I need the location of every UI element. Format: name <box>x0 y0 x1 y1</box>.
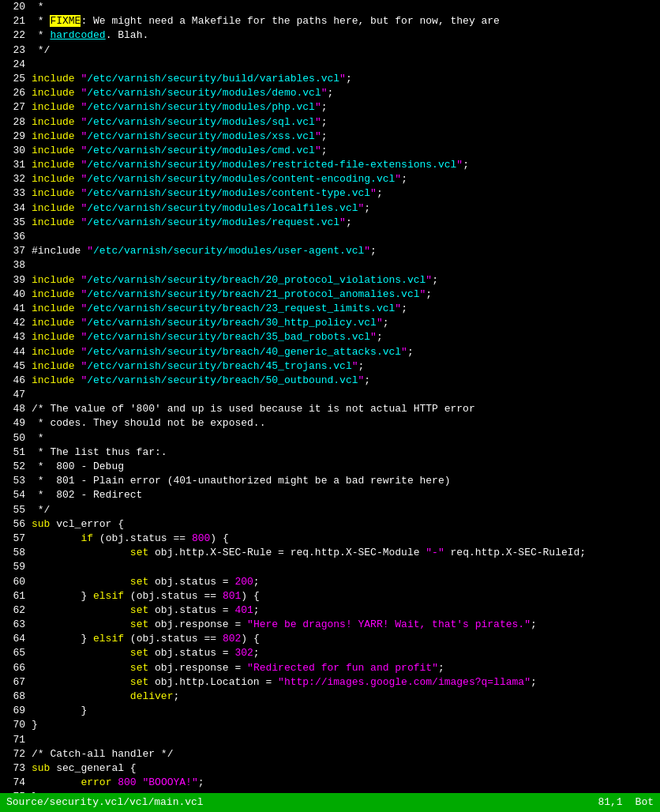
line-number: 36 <box>3 230 25 244</box>
line-content: sub vcl_error { <box>32 517 657 532</box>
line-content <box>32 230 657 244</box>
line-number: 35 <box>3 216 25 230</box>
line-content: include "/etc/varnish/security/breach/20… <box>32 273 657 288</box>
table-row: 24 <box>3 58 657 72</box>
table-row: 29include "/etc/varnish/security/modules… <box>3 130 657 144</box>
line-content: } <box>32 704 657 718</box>
table-row: 20 * <box>3 0 657 14</box>
table-row: 48/* The value of '800' and up is used b… <box>3 402 657 416</box>
line-number: 37 <box>3 244 25 258</box>
line-content <box>32 388 657 402</box>
line-number: 40 <box>3 288 25 302</box>
line-number: 33 <box>3 186 25 201</box>
table-row: 47 <box>3 388 657 402</box>
line-number: 55 <box>3 503 25 517</box>
table-row: 60 set obj.status = 200; <box>3 575 657 589</box>
line-number: 65 <box>3 646 25 660</box>
line-number: 27 <box>3 100 25 115</box>
line-number: 22 <box>3 28 25 43</box>
line-number: 25 <box>3 72 25 86</box>
table-row: 74 error 800 "BOOOYA!"; <box>3 776 657 790</box>
line-content: include "/etc/varnish/security/modules/c… <box>32 186 657 201</box>
line-content <box>32 560 657 574</box>
table-row: 25include "/etc/varnish/security/build/v… <box>3 72 657 86</box>
line-number: 44 <box>3 345 25 359</box>
table-row: 53 * 801 - Plain error (401-unauthorized… <box>3 474 657 488</box>
line-number: 23 <box>3 43 25 58</box>
table-row: 49 * codes. They should not be exposed.. <box>3 416 657 430</box>
line-number: 26 <box>3 86 25 100</box>
line-content: } elsif (obj.status == 801) { <box>32 589 657 603</box>
table-row: 31include "/etc/varnish/security/modules… <box>3 158 657 172</box>
line-number: 24 <box>3 58 25 72</box>
table-row: 23 */ <box>3 43 657 58</box>
line-content: include "/etc/varnish/security/modules/s… <box>32 115 657 130</box>
line-content: include "/etc/varnish/security/breach/40… <box>32 345 657 359</box>
line-number: 48 <box>3 402 25 416</box>
line-content: include "/etc/varnish/security/breach/35… <box>32 330 657 344</box>
line-number: 39 <box>3 273 25 288</box>
line-number: 60 <box>3 575 25 589</box>
line-content: include "/etc/varnish/security/breach/30… <box>32 316 657 330</box>
line-number: 74 <box>3 776 25 790</box>
line-content: if (obj.status == 800) { <box>32 532 657 546</box>
line-number: 46 <box>3 374 25 388</box>
table-row: 40include "/etc/varnish/security/breach/… <box>3 288 657 302</box>
table-row: 28include "/etc/varnish/security/modules… <box>3 115 657 130</box>
line-content: error 800 "BOOOYA!"; <box>32 776 657 790</box>
line-content: set obj.http.Location = "http://images.g… <box>32 675 657 690</box>
line-content: set obj.response = "Redirected for fun a… <box>32 661 657 675</box>
line-content: } elsif (obj.status == 802) { <box>32 632 657 646</box>
line-content: set obj.status = 302; <box>32 646 657 660</box>
line-number: 57 <box>3 532 25 546</box>
table-row: 34include "/etc/varnish/security/modules… <box>3 201 657 216</box>
line-content: set obj.http.X-SEC-Rule = req.http.X-SEC… <box>32 546 657 560</box>
line-number: 59 <box>3 560 25 574</box>
table-row: 64 } elsif (obj.status == 802) { <box>3 632 657 646</box>
table-row: 61 } elsif (obj.status == 801) { <box>3 589 657 603</box>
line-content: * 802 - Redirect <box>32 488 657 502</box>
table-row: 46include "/etc/varnish/security/breach/… <box>3 374 657 388</box>
line-number: 62 <box>3 603 25 618</box>
line-content: include "/etc/varnish/security/breach/23… <box>32 302 657 316</box>
table-row: 59 <box>3 560 657 574</box>
line-content: */ <box>32 43 657 58</box>
line-content: } <box>32 790 657 793</box>
table-row: 35include "/etc/varnish/security/modules… <box>3 216 657 230</box>
line-number: 52 <box>3 460 25 474</box>
table-row: 56sub vcl_error { <box>3 517 657 532</box>
line-content: deliver; <box>32 690 657 704</box>
table-row: 55 */ <box>3 503 657 517</box>
line-content: include "/etc/varnish/security/modules/d… <box>32 86 657 100</box>
table-row: 38 <box>3 258 657 273</box>
line-number: 29 <box>3 130 25 144</box>
table-row: 42include "/etc/varnish/security/breach/… <box>3 316 657 330</box>
line-content <box>32 58 657 72</box>
status-bar: Source/security.vcl/vcl/main.vcl 81,1 Bo… <box>0 793 660 812</box>
line-content: * hardcoded. Blah. <box>32 28 657 43</box>
line-number: 32 <box>3 172 25 186</box>
table-row: 65 set obj.status = 302; <box>3 646 657 660</box>
line-content: * <box>32 431 657 445</box>
table-row: 33include "/etc/varnish/security/modules… <box>3 186 657 201</box>
line-content: #include "/etc/varnish/security/modules/… <box>32 244 657 258</box>
line-number: 66 <box>3 661 25 675</box>
line-number: 73 <box>3 761 25 776</box>
table-row: 70} <box>3 718 657 732</box>
line-content <box>32 258 657 273</box>
line-content: * codes. They should not be exposed.. <box>32 416 657 430</box>
status-scroll: Bot <box>636 795 654 810</box>
line-number: 45 <box>3 359 25 374</box>
line-number: 20 <box>3 0 25 14</box>
line-number: 61 <box>3 589 25 603</box>
line-content: * 800 - Debug <box>32 460 657 474</box>
table-row: 62 set obj.status = 401; <box>3 603 657 618</box>
line-number: 38 <box>3 258 25 273</box>
line-content <box>32 733 657 747</box>
table-row: 75} <box>3 790 657 793</box>
line-number: 42 <box>3 316 25 330</box>
line-number: 54 <box>3 488 25 502</box>
line-number: 67 <box>3 675 25 690</box>
line-content: include "/etc/varnish/security/modules/r… <box>32 216 657 230</box>
table-row: 45include "/etc/varnish/security/breach/… <box>3 359 657 374</box>
